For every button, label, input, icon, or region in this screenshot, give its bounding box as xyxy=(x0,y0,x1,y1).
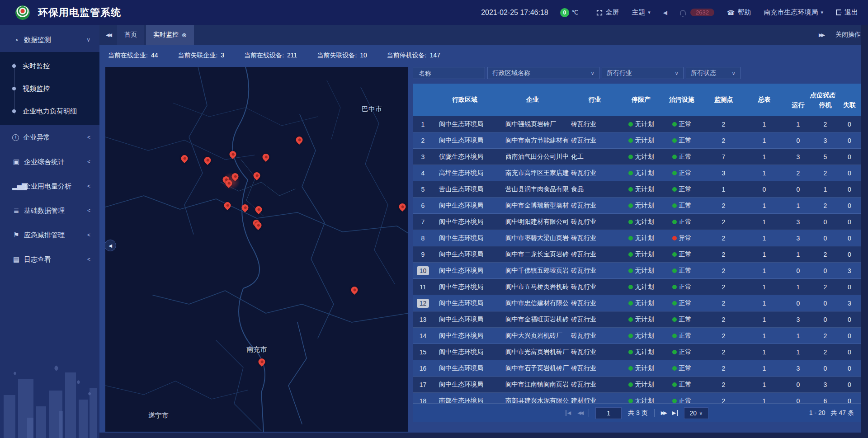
facility-status-dot-icon xyxy=(672,203,677,208)
table-row[interactable]: 5 营山生态环境局 营山县润丰肉食品有限 食品 无计划 正常 1 0 0 1 0 xyxy=(413,181,861,198)
table-row[interactable]: 3 仪陇生态环境局 西南油气田分公司川中 化工 无计划 正常 7 1 3 5 0 xyxy=(413,149,861,165)
tabs-scroll-left-icon[interactable]: ◀◀ xyxy=(106,32,111,38)
cell-run: 0 xyxy=(783,300,813,307)
cell-stop-status: 无计划 xyxy=(635,185,654,193)
org-dropdown[interactable]: 南充市生态环境局 ▾ xyxy=(764,8,823,17)
bullet-icon xyxy=(12,109,16,113)
next-page-button[interactable]: ▶▶ xyxy=(661,410,666,416)
table-row[interactable]: 7 阆中生态环境局 阆中明阳建材有限公司 砖瓦行业 无计划 正常 2 1 3 0… xyxy=(413,214,861,230)
table-row[interactable]: 10 阆中生态环境局 阆中千佛镇五郎垭页岩 砖瓦行业 无计划 正常 2 1 0 … xyxy=(413,263,861,279)
sidebar-subitem-实时监控[interactable]: 实时监控 xyxy=(0,55,99,77)
first-page-button[interactable]: ◀ xyxy=(566,410,571,416)
table-row[interactable]: 1 阆中生态环境局 阆中强锐页岩砖厂 砖瓦行业 无计划 正常 2 1 1 2 0 xyxy=(413,116,861,132)
cell-stop-status: 无计划 xyxy=(635,250,654,259)
table-row[interactable]: 11 阆中生态环境局 阆中市五马桥页岩机砖 砖瓦行业 无计划 正常 2 1 1 … xyxy=(413,279,861,295)
sidebar-item-日志查看[interactable]: ▤日志查看< xyxy=(0,247,99,272)
cell-run: 1 xyxy=(783,121,813,128)
facility-status-dot-icon xyxy=(672,285,677,289)
cell-company: 阆中市二龙长宝页岩砖 xyxy=(496,250,569,259)
status-filter-select[interactable]: 所有状态 ∨ xyxy=(686,67,741,79)
notifications[interactable]: 2632 xyxy=(680,9,714,16)
cell-stop-status: 无计划 xyxy=(635,348,654,356)
stat-label: 当前在线设备: xyxy=(244,52,284,60)
cell-stop-status: 无计划 xyxy=(635,137,654,145)
cell-run: 0 xyxy=(783,186,813,193)
sidebar-item-企业综合统计[interactable]: ▣企业综合统计< xyxy=(0,150,99,174)
mute-speaker-icon[interactable]: ◀ xyxy=(663,9,667,16)
sidebar-subitem-视频监控[interactable]: 视频监控 xyxy=(0,77,99,100)
cell-company: 阆中明阳建材有限公司 xyxy=(496,218,569,226)
stop-status-dot-icon xyxy=(628,366,633,371)
cell-meters: 1 xyxy=(745,137,783,144)
cell-company: 阆中市江南镇阆南页岩 xyxy=(496,381,569,389)
help-button[interactable]: ☎ 帮助 xyxy=(727,8,751,17)
cell-region: 阆中生态环境局 xyxy=(433,137,496,145)
cell-meters: 1 xyxy=(745,170,783,177)
tab-首页[interactable]: 首页 xyxy=(117,25,144,45)
name-filter-field[interactable] xyxy=(413,67,485,79)
close-icon[interactable]: ⊗ xyxy=(182,32,187,38)
sidebar-item-企业异常[interactable]: !企业异常< xyxy=(0,125,99,150)
row-index: 5 xyxy=(419,185,428,194)
industry-filter-select[interactable]: 所有行业 ∨ xyxy=(602,67,684,79)
page-size-select[interactable]: 20 ∨ xyxy=(684,407,708,419)
cell-industry: 砖瓦行业 xyxy=(569,332,621,340)
submenu-label: 视频监控 xyxy=(23,85,50,93)
cell-company: 阆中市石子页岩机砖厂 xyxy=(496,364,569,372)
col-header-lost: 失联 xyxy=(838,100,861,116)
row-index: 6 xyxy=(419,201,428,210)
log-icon: ▤ xyxy=(12,255,20,264)
table-row[interactable]: 12 阆中生态环境局 阆中市忠信建材有限公 砖瓦行业 无计划 正常 2 1 0 … xyxy=(413,295,861,311)
table-row[interactable]: 15 阆中生态环境局 阆中市光富页岩机砖厂 砖瓦行业 无计划 正常 2 1 1 … xyxy=(413,344,861,360)
table-row[interactable]: 16 阆中生态环境局 阆中市石子页岩机砖厂 砖瓦行业 无计划 正常 2 1 3 … xyxy=(413,360,861,377)
table-row[interactable]: 13 阆中生态环境局 阆中市金福旺页岩机砖 砖瓦行业 无计划 正常 2 1 3 … xyxy=(413,311,861,328)
app-window: 环保用电监管系统 2021-02-25 17:46:18 0 ℃ 全屏 主题 ▾… xyxy=(0,0,868,438)
stat-item: 当前停机设备:147 xyxy=(387,52,440,60)
cell-halt: 1 xyxy=(813,186,838,193)
last-page-button[interactable]: ▶ xyxy=(672,410,678,416)
cell-company: 阆中市金福旺页岩机砖 xyxy=(496,316,569,324)
table-row[interactable]: 14 阆中生态环境局 阆中大兴页岩机砖厂 砖瓦行业 无计划 正常 2 1 1 2… xyxy=(413,328,861,344)
sidebar-subitem-企业电力负荷明细[interactable]: 企业电力负荷明细 xyxy=(0,100,99,122)
sidebar-item-基础数据管理[interactable]: ≣基础数据管理< xyxy=(0,198,99,223)
stop-status-dot-icon xyxy=(628,122,633,127)
cell-run: 3 xyxy=(783,235,813,242)
name-filter-input[interactable] xyxy=(418,69,480,77)
map-panel[interactable]: 巴中市南充市遂宁市 ◀ xyxy=(105,67,408,432)
tab-实时监控[interactable]: 实时监控⊗ xyxy=(146,25,194,45)
cell-run: 3 xyxy=(783,316,813,323)
cell-facility-status: 正常 xyxy=(679,332,692,340)
previous-page-button[interactable]: ◀◀ xyxy=(577,410,582,416)
sidebar-item-应急减排管理[interactable]: ⚑应急减排管理< xyxy=(0,223,99,247)
close-operations-button[interactable]: 关闭操作 xyxy=(835,31,861,39)
tabs-scroll-right-icon[interactable]: ▶▶ xyxy=(819,32,824,38)
table-row[interactable]: 8 阆中生态环境局 阆中市枣碧大梁山页岩 砖瓦行业 无计划 异常 2 1 3 0… xyxy=(413,230,861,246)
stop-status-dot-icon xyxy=(628,236,633,240)
table-row[interactable]: 2 阆中生态环境局 阆中市南方节能建材有 砖瓦行业 无计划 正常 2 1 0 3… xyxy=(413,132,861,149)
row-index: 3 xyxy=(419,152,428,161)
sidebar-item-企业用电量分析[interactable]: ▂▅▇企业用电量分析< xyxy=(0,174,99,198)
table-row[interactable]: 4 高坪生态环境局 南充市高坪区王家店建 砖瓦行业 无计划 正常 3 1 2 2… xyxy=(413,165,861,181)
theme-dropdown[interactable]: 主题 ▾ xyxy=(632,8,651,17)
sidebar-item-数据监测[interactable]: ◔数据监测∨ xyxy=(0,28,99,52)
table-row[interactable]: 9 阆中生态环境局 阆中市二龙长宝页岩砖 砖瓦行业 无计划 正常 2 1 1 2… xyxy=(413,246,861,263)
table-row[interactable]: 18 南部生态环境局 南部县建兴水泥有限公 建材行业 无计划 正常 2 1 0 … xyxy=(413,393,861,403)
cell-stop-status: 无计划 xyxy=(635,299,654,307)
cell-stop-status: 无计划 xyxy=(635,397,654,404)
datetime-label: 2021-02-25 17:46:18 xyxy=(481,9,548,17)
facility-status-dot-icon xyxy=(672,155,677,159)
stop-status-dot-icon xyxy=(628,203,633,208)
fullscreen-icon xyxy=(596,9,603,16)
stat-item: 当前失联设备:10 xyxy=(317,52,367,60)
page-number-input[interactable] xyxy=(595,407,622,419)
sidebar: ◔数据监测∨实时监控视频监控企业电力负荷明细!企业异常<▣企业综合统计<▂▅▇企… xyxy=(0,25,99,438)
cell-lost: 0 xyxy=(838,397,861,404)
fullscreen-button[interactable]: 全屏 xyxy=(596,8,619,17)
table-row[interactable]: 6 阆中生态环境局 阆中市金博瑞新型墙材 砖瓦行业 无计划 正常 2 1 1 2… xyxy=(413,198,861,214)
cell-industry: 砖瓦行业 xyxy=(569,169,621,177)
region-filter-select[interactable]: 行政区域名称 ∨ xyxy=(487,67,599,79)
megaphone-icon: ⚑ xyxy=(12,231,20,239)
layers-icon: ≣ xyxy=(12,207,20,215)
logout-button[interactable]: 退出 xyxy=(836,8,858,17)
table-row[interactable]: 17 阆中生态环境局 阆中市江南镇阆南页岩 砖瓦行业 无计划 正常 2 1 0 … xyxy=(413,377,861,393)
